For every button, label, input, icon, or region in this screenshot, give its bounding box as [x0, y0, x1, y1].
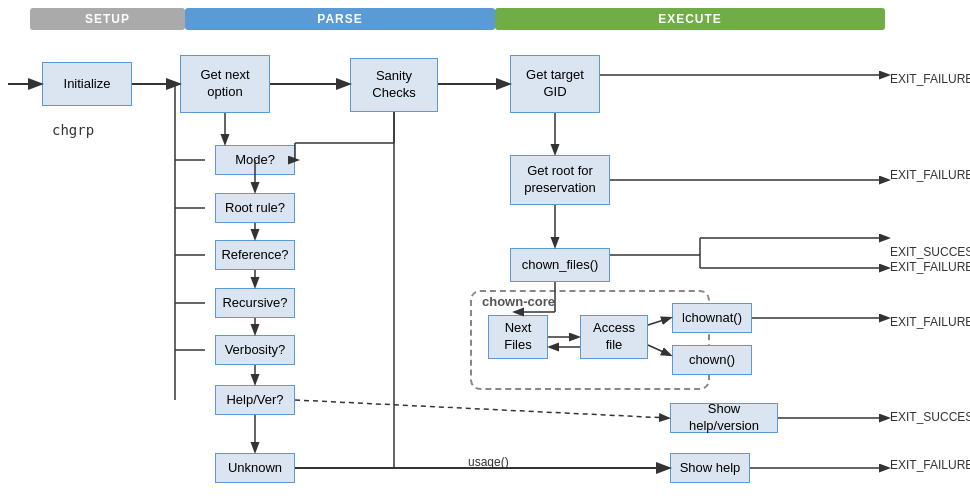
- show-help-label: Show help: [680, 460, 741, 477]
- chgrp-label: chgrp: [52, 122, 94, 138]
- exit-failure-1: EXIT_FAILURE: [890, 72, 970, 86]
- help-ver-label: Help/Ver?: [226, 392, 283, 409]
- chown-files-label: chown_files(): [522, 257, 599, 274]
- chown-core-label: chown-core: [482, 294, 555, 309]
- get-root-preservation-box: Get root for preservation: [510, 155, 610, 205]
- chown-files-box: chown_files(): [510, 248, 610, 282]
- arrows-overlay: [0, 0, 970, 500]
- next-files-box: Next Files: [488, 315, 548, 359]
- access-file-label: Access file: [587, 320, 641, 354]
- show-help-version-box: Show help/version: [670, 403, 778, 433]
- exit-failure-3: EXIT_FAILURE: [890, 260, 970, 274]
- sanity-checks-label: Sanity Checks: [357, 68, 431, 102]
- initialize-label: Initialize: [64, 76, 111, 93]
- exit-failure-2: EXIT_FAILURE: [890, 168, 970, 182]
- usage-label: usage(): [468, 455, 509, 469]
- show-help-box: Show help: [670, 453, 750, 483]
- show-help-version-label: Show help/version: [677, 401, 771, 435]
- get-target-gid-box: Get target GID: [510, 55, 600, 113]
- reference-box: Reference?: [215, 240, 295, 270]
- unknown-box: Unknown: [215, 453, 295, 483]
- lchownat-box: lchownat(): [672, 303, 752, 333]
- get-target-gid-label: Get target GID: [517, 67, 593, 101]
- get-root-preservation-label: Get root for preservation: [517, 163, 603, 197]
- phase-setup-label: SETUP: [85, 12, 130, 26]
- root-rule-box: Root rule?: [215, 193, 295, 223]
- exit-success-2: EXIT_SUCCESS: [890, 410, 970, 424]
- exit-failure-5: EXIT_FAILURE: [890, 458, 970, 472]
- get-next-option-box: Get next option: [180, 55, 270, 113]
- phase-execute: EXECUTE: [495, 8, 885, 30]
- reference-label: Reference?: [221, 247, 288, 264]
- recursive-box: Recursive?: [215, 288, 295, 318]
- exit-success-1: EXIT_SUCCESS: [890, 245, 970, 259]
- chown-box: chown(): [672, 345, 752, 375]
- next-files-label: Next Files: [495, 320, 541, 354]
- svg-line-34: [295, 400, 668, 418]
- access-file-box: Access file: [580, 315, 648, 359]
- mode-label: Mode?: [235, 152, 275, 169]
- phase-execute-label: EXECUTE: [658, 12, 722, 26]
- chown-label: chown(): [689, 352, 735, 369]
- recursive-label: Recursive?: [222, 295, 287, 312]
- phase-parse-label: PARSE: [317, 12, 362, 26]
- phase-parse: PARSE: [185, 8, 495, 30]
- mode-box: Mode?: [215, 145, 295, 175]
- verbosity-box: Verbosity?: [215, 335, 295, 365]
- sanity-checks-box: Sanity Checks: [350, 58, 438, 112]
- root-rule-label: Root rule?: [225, 200, 285, 217]
- unknown-label: Unknown: [228, 460, 282, 477]
- initialize-box: Initialize: [42, 62, 132, 106]
- help-ver-box: Help/Ver?: [215, 385, 295, 415]
- phase-setup: SETUP: [30, 8, 185, 30]
- exit-failure-4: EXIT_FAILURE: [890, 315, 970, 329]
- get-next-option-label: Get next option: [187, 67, 263, 101]
- verbosity-label: Verbosity?: [225, 342, 286, 359]
- lchownat-label: lchownat(): [682, 310, 742, 327]
